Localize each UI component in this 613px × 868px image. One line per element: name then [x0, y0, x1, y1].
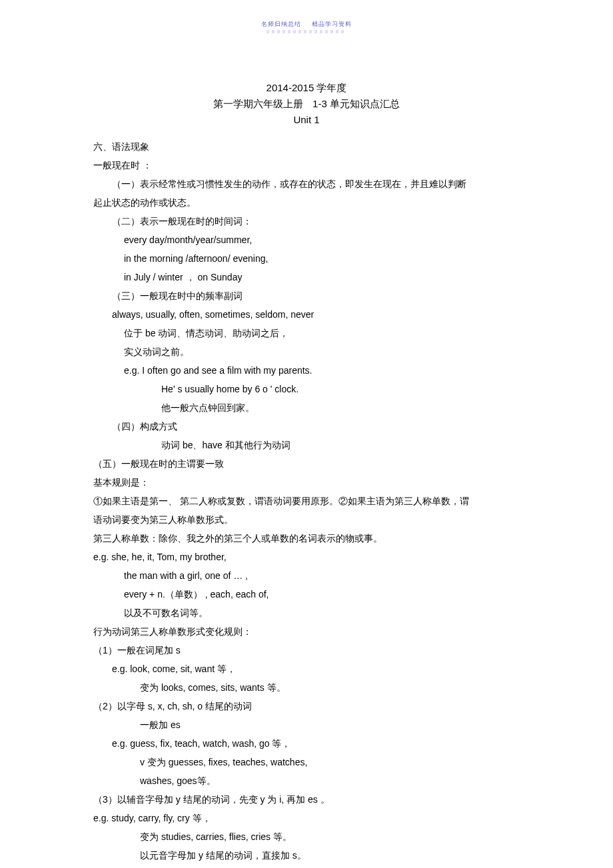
title-unit: Unit 1	[93, 112, 520, 128]
body-line: every + n.（单数） , each, each of,	[93, 585, 520, 604]
body-line: 语动词要变为第三人称单数形式。	[93, 510, 520, 529]
body-line: e.g. play, say等，变为 plays, says。	[93, 865, 520, 868]
body-line: the man with a girl, one of … ,	[93, 566, 520, 585]
body-line: in July / winter ， on Sunday	[93, 268, 520, 286]
body-line: ①如果主语是第一、 第二人称或复数，谓语动词要用原形。②如果主语为第三人称单数，…	[93, 492, 520, 510]
body-line: 以元音字母加 y 结尾的动词，直接加 s。	[93, 846, 520, 865]
title-block: 2014-2015 学年度 第一学期六年级上册1-3 单元知识点汇总 Unit …	[93, 80, 520, 128]
body-line: 变为 studies, carries, flies, cries 等。	[93, 827, 520, 846]
body-line: 实义动词之前。	[93, 342, 520, 361]
body-line: 一般现在时 ：	[93, 156, 520, 175]
title-year: 2014-2015 学年度	[93, 80, 520, 96]
document-body: 六、语法现象 一般现在时 ： （一）表示经常性或习惯性发生的动作，或存在的状态，…	[93, 137, 520, 868]
body-line: 起止状态的动作或状态。	[93, 193, 520, 212]
body-line: 他一般六点钟回到家。	[93, 398, 520, 417]
body-line: （五）一般现在时的主谓要一致	[93, 454, 520, 473]
body-line: （四）构成方式	[93, 417, 520, 436]
body-line: He' s usually home by 6 o ' clock.	[93, 380, 520, 398]
body-line: （三）一般现在时中的频率副词	[93, 286, 520, 305]
body-line: e.g. she, he, it, Tom, my brother,	[93, 548, 520, 566]
title-line2: 第一学期六年级上册1-3 单元知识点汇总	[93, 96, 520, 112]
body-line: e.g. I often go and see a film with my p…	[93, 361, 520, 380]
body-line: 第三人称单数：除你、我之外的第三个人或单数的名词表示的物或事。	[93, 529, 520, 548]
body-line: 行为动词第三人称单数形式变化规则：	[93, 622, 520, 641]
body-line: （一）表示经常性或习惯性发生的动作，或存在的状态，即发生在现在，并且难以判断	[93, 175, 520, 193]
header-right: 精品学习资料	[312, 21, 352, 27]
body-line: （1）一般在词尾加 s	[93, 641, 520, 659]
document-page: 名师归纳总结 精品学习资料 2014-2015 学年度 第一学期六年级上册1-3…	[0, 0, 613, 868]
body-line: 位于 be 动词、情态动词、助动词之后，	[93, 324, 520, 342]
title-line2b: 1-3 单元知识点汇总	[312, 98, 400, 109]
body-line: 六、语法现象	[93, 137, 520, 156]
body-line: （3）以辅音字母加 y 结尾的动词，先变 y 为 i, 再加 es 。	[93, 790, 520, 809]
body-line: v 变为 guesses, fixes, teaches, watches,	[93, 753, 520, 771]
body-line: every day/month/year/summer,	[93, 230, 520, 249]
body-line: e.g. guess, fix, teach, watch, wash, go …	[93, 734, 520, 753]
body-line: 动词 be、have 和其他行为动词	[93, 436, 520, 454]
header-left: 名师归纳总结	[261, 21, 301, 27]
body-line: e.g. look, come, sit, want 等，	[93, 659, 520, 678]
body-line: 以及不可数名词等。	[93, 604, 520, 622]
body-line: washes, goes等。	[93, 771, 520, 790]
body-line: e.g. study, carry, fly, cry 等，	[93, 809, 520, 827]
body-line: （2）以字母 s, x, ch, sh, o 结尾的动词	[93, 697, 520, 715]
header-underline	[267, 30, 346, 33]
body-line: in the morning /afternoon/ evening,	[93, 249, 520, 268]
body-line: 变为 looks, comes, sits, wants 等。	[93, 678, 520, 697]
body-line: 基本规则是：	[93, 473, 520, 492]
title-line2a: 第一学期六年级上册	[213, 98, 303, 109]
body-line: 一般加 es	[93, 715, 520, 734]
page-header: 名师归纳总结 精品学习资料	[93, 20, 520, 29]
body-line: always, usually, often, sometimes, seldo…	[93, 305, 520, 324]
body-line: （二）表示一般现在时的时间词：	[93, 212, 520, 230]
